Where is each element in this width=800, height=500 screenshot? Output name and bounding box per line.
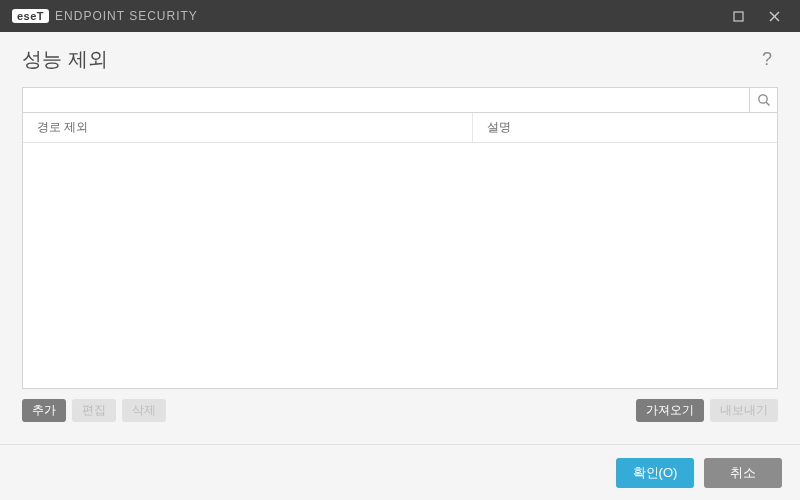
dialog-footer: 확인(O) 취소 bbox=[0, 444, 800, 500]
cancel-button[interactable]: 취소 bbox=[704, 458, 782, 488]
help-button[interactable]: ? bbox=[756, 47, 778, 72]
maximize-button[interactable] bbox=[720, 0, 756, 32]
search-row bbox=[22, 87, 778, 113]
ok-button[interactable]: 확인(O) bbox=[616, 458, 694, 488]
close-button[interactable] bbox=[756, 0, 792, 32]
product-logo: eseT ENDPOINT SECURITY bbox=[12, 9, 198, 23]
table-header: 경로 제외 설명 bbox=[23, 113, 777, 143]
column-header-path[interactable]: 경로 제외 bbox=[23, 113, 473, 142]
add-button[interactable]: 추가 bbox=[22, 399, 66, 422]
page-title: 성능 제외 bbox=[22, 46, 108, 73]
page-header: 성능 제외 ? bbox=[22, 46, 778, 73]
brand-badge: eseT bbox=[12, 9, 49, 23]
exclusions-table: 경로 제외 설명 bbox=[22, 113, 778, 389]
svg-point-3 bbox=[758, 95, 766, 103]
action-row: 추가 편집 삭제 가져오기 내보내기 bbox=[22, 389, 778, 434]
import-button[interactable]: 가져오기 bbox=[636, 399, 704, 422]
search-input[interactable] bbox=[22, 87, 750, 113]
svg-rect-0 bbox=[734, 12, 743, 21]
svg-line-4 bbox=[766, 102, 769, 105]
export-button: 내보내기 bbox=[710, 399, 778, 422]
table-body[interactable] bbox=[23, 143, 777, 388]
search-icon bbox=[757, 93, 771, 107]
edit-button: 편집 bbox=[72, 399, 116, 422]
close-icon bbox=[769, 11, 780, 22]
titlebar: eseT ENDPOINT SECURITY bbox=[0, 0, 800, 32]
column-header-description[interactable]: 설명 bbox=[473, 113, 777, 142]
product-name: ENDPOINT SECURITY bbox=[55, 9, 198, 23]
content-area: 성능 제외 ? 경로 제외 설명 추가 편집 삭제 가져오기 내보내기 bbox=[0, 32, 800, 434]
search-button[interactable] bbox=[750, 87, 778, 113]
delete-button: 삭제 bbox=[122, 399, 166, 422]
maximize-icon bbox=[733, 11, 744, 22]
